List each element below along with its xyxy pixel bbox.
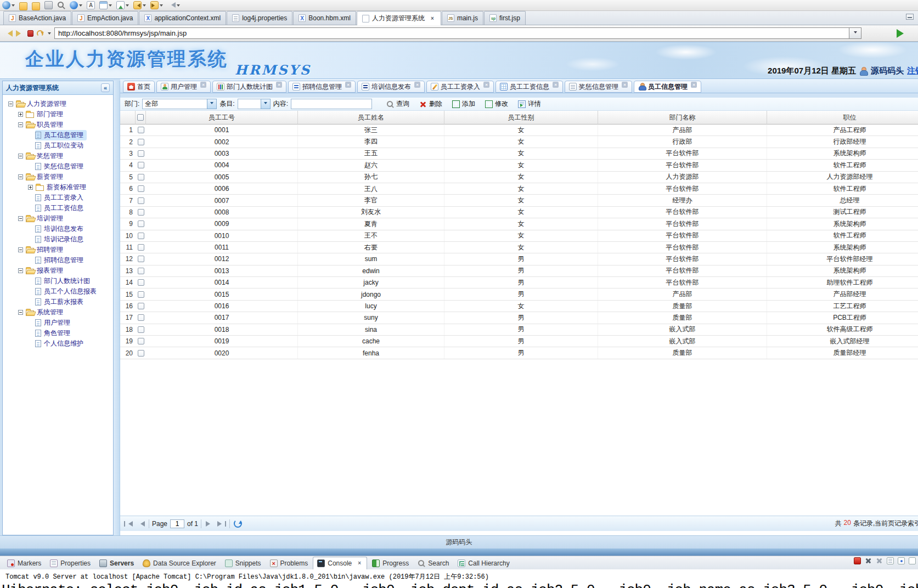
toolbar-button[interactable] <box>19 1 27 10</box>
chevron-down-icon[interactable] <box>126 4 129 8</box>
tree-item[interactable]: 员工个人信息报表 <box>35 286 100 297</box>
tree-item[interactable]: 角色管理 <box>35 328 74 338</box>
forward-button[interactable] <box>16 30 24 37</box>
run-icon[interactable] <box>897 29 908 38</box>
chevron-down-icon[interactable] <box>79 4 82 8</box>
view-tab[interactable]: Servers <box>95 557 138 569</box>
minimize-button[interactable] <box>906 14 914 20</box>
chevron-down-icon[interactable] <box>177 4 180 8</box>
entry-select[interactable] <box>238 99 271 109</box>
row-checkbox[interactable] <box>138 150 144 157</box>
app-tab[interactable]: 首页 <box>123 81 155 93</box>
editor-tab[interactable]: Boon.hbm.xml <box>293 11 356 25</box>
chevron-down-icon[interactable] <box>160 4 163 8</box>
row-checkbox[interactable] <box>138 338 144 344</box>
tree-expander-icon[interactable] <box>18 268 23 273</box>
close-all-icon[interactable] <box>876 557 883 564</box>
tree-expander-icon[interactable] <box>18 154 23 159</box>
close-icon[interactable] <box>622 82 628 88</box>
select-all-checkbox[interactable] <box>137 114 144 121</box>
tree-expander-icon[interactable] <box>28 185 33 190</box>
action-button[interactable]: 详情 <box>515 99 544 109</box>
tree-item[interactable]: 奖惩信息管理 <box>35 161 87 172</box>
chevron-down-icon[interactable] <box>261 99 271 109</box>
table-row[interactable]: 15 0015 jdongo 男 产品部 产品部经理 <box>120 289 918 300</box>
tree-item[interactable]: 报表管理 <box>18 265 66 276</box>
action-button[interactable]: 查询 <box>383 99 413 109</box>
app-tab[interactable]: 用户管理 <box>156 81 211 93</box>
toolbar-button[interactable] <box>133 1 146 9</box>
close-icon[interactable] <box>345 82 351 88</box>
sidebar-splitter[interactable] <box>114 81 120 535</box>
row-checkbox[interactable] <box>138 139 144 145</box>
tree-item[interactable]: 员工工资信息 <box>35 203 87 213</box>
url-dropdown-button[interactable] <box>849 27 861 39</box>
action-button[interactable]: 添加 <box>449 99 478 109</box>
table-row[interactable]: 14 0014 jacky 男 平台软件部 助理软件工程师 <box>120 277 918 289</box>
first-page-icon[interactable] <box>123 519 133 529</box>
row-checkbox[interactable] <box>138 350 144 357</box>
tree-item[interactable]: 职员管理 <box>18 120 66 130</box>
editor-tab[interactable]: 人力资源管理系统 <box>357 11 441 25</box>
row-checkbox[interactable] <box>138 185 144 192</box>
toolbar-button[interactable] <box>44 1 53 9</box>
chevron-down-icon[interactable] <box>109 4 112 8</box>
back-button[interactable] <box>4 30 13 37</box>
doc-c-icon[interactable] <box>909 557 916 564</box>
chevron-down-icon[interactable] <box>143 4 146 8</box>
editor-tab[interactable]: EmpAction.java <box>72 11 138 25</box>
view-tab[interactable]: Progress <box>368 557 413 569</box>
close-icon[interactable] <box>691 82 697 88</box>
content-input[interactable] <box>291 99 372 109</box>
close-x-icon[interactable] <box>865 557 872 564</box>
scroll-lock-icon[interactable] <box>887 557 894 564</box>
close-icon[interactable] <box>429 15 436 22</box>
url-input[interactable] <box>54 27 849 39</box>
toolbar-button[interactable] <box>116 1 129 9</box>
tree-item[interactable]: 员工薪水报表 <box>35 297 87 307</box>
editor-tab[interactable]: applicationContext.xml <box>139 11 226 25</box>
chevron-down-icon[interactable] <box>207 99 217 109</box>
tree-item[interactable]: 薪资管理 <box>18 172 66 182</box>
editor-tab[interactable]: main.js <box>442 11 483 25</box>
tree-item[interactable]: 招聘信息管理 <box>35 255 87 265</box>
page-number-input[interactable] <box>170 519 184 528</box>
toolbar-button[interactable] <box>32 1 40 10</box>
tree-expander-icon[interactable] <box>18 122 23 127</box>
app-tab[interactable]: 奖惩信息管理 <box>565 81 632 93</box>
tree-item[interactable]: 部门人数统计图 <box>35 276 93 286</box>
toolbar-button[interactable] <box>57 1 65 9</box>
tree-item[interactable]: 招聘管理 <box>18 245 66 255</box>
tree-item[interactable]: 部门管理 <box>18 109 66 120</box>
view-tab[interactable]: Markers <box>3 557 45 569</box>
tree-item[interactable]: 系统管理 <box>18 307 66 318</box>
app-tab[interactable]: 培训信息发布 <box>357 81 425 93</box>
row-checkbox[interactable] <box>138 314 144 321</box>
sidebar-collapse-button[interactable]: « <box>101 83 110 92</box>
row-checkbox[interactable] <box>138 279 144 286</box>
dept-select[interactable] <box>142 99 217 109</box>
entry-select-input[interactable] <box>238 99 261 109</box>
tree-item[interactable]: 培训管理 <box>18 213 66 224</box>
table-row[interactable]: 13 0013 edwin 男 平台软件部 系统架构师 <box>120 265 918 277</box>
stop-icon[interactable] <box>27 30 33 37</box>
view-tab[interactable]: Call Hierarchy <box>454 557 513 569</box>
tree-item[interactable]: 培训记录信息 <box>35 234 87 245</box>
table-row[interactable]: 8 0008 刘友水 女 平台软件部 测试工程师 <box>120 207 918 218</box>
toolbar-button[interactable] <box>2 1 15 9</box>
row-checkbox[interactable] <box>138 162 144 168</box>
table-row[interactable]: 16 0016 lucy 女 质量部 工艺工程师 <box>120 301 918 312</box>
table-row[interactable]: 11 0011 右要 女 平台软件部 系统架构师 <box>120 242 918 253</box>
row-checkbox[interactable] <box>138 233 144 239</box>
row-checkbox[interactable] <box>138 303 144 309</box>
row-checkbox[interactable] <box>138 127 144 133</box>
view-tab[interactable]: Console <box>313 557 367 569</box>
terminate-icon[interactable] <box>854 557 861 564</box>
tree-item[interactable]: 用户管理 <box>35 318 74 328</box>
table-row[interactable]: 5 0005 孙七 女 人力资源部 人力资源部经理 <box>120 172 918 183</box>
tree-expander-icon[interactable] <box>18 216 23 221</box>
row-checkbox[interactable] <box>138 197 144 204</box>
row-checkbox[interactable] <box>138 291 144 298</box>
table-row[interactable]: 6 0006 王八 女 平台软件部 软件工程师 <box>120 183 918 195</box>
logout-link[interactable]: 注销 <box>907 66 918 76</box>
